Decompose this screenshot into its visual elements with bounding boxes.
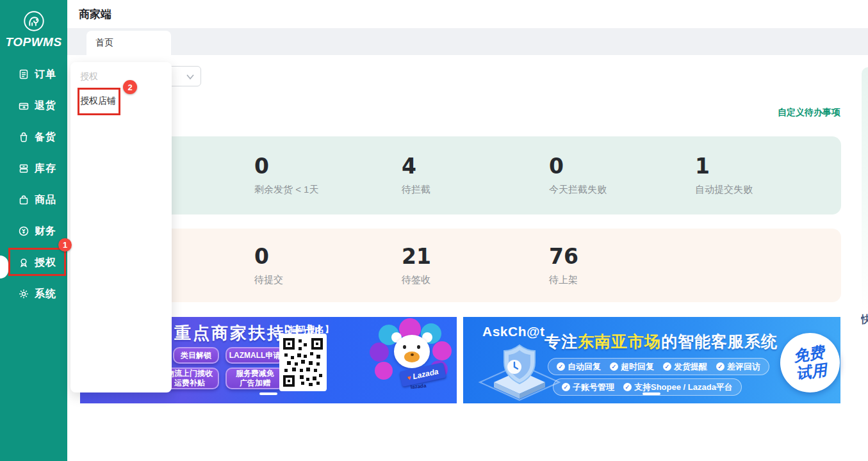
sidebar-item-returns[interactable]: 退货 <box>0 92 67 120</box>
sidebar-item-label: 系统 <box>35 287 56 301</box>
sidebar-item-label: 财务 <box>35 225 56 238</box>
quick-entry-peek[interactable]: 快 <box>861 313 868 327</box>
mascot-eye <box>403 345 406 349</box>
carousel-indicator[interactable] <box>259 392 277 395</box>
check-icon: ✓ <box>562 383 570 391</box>
sidebar: TOPWMS 订单 退货 备货 库存 商品 财务 授权 <box>0 0 67 461</box>
products-icon <box>18 194 29 206</box>
stat-label: 待提交 <box>254 274 395 286</box>
feature-row-1: ✓自动回复 ✓超时回复 ✓发货提醒 ✓差评回访 <box>548 358 769 375</box>
banner-headline: 专注东南亚市场的智能客服系统 <box>545 331 778 352</box>
stat-label: 剩余发货 < 1天 <box>254 184 395 196</box>
app-screen: 商家端 首页 自定义待办事项 0 剩余发货 < 1天 4 待拦截 0 今天拦截失… <box>0 0 868 461</box>
stat-label: 今天拦截失败 <box>549 184 690 196</box>
submenu-group-label: 授权 <box>80 71 98 83</box>
stat-value: 0 <box>254 155 395 178</box>
lazada-heart-icon: ♥ <box>407 374 412 382</box>
brand-name: TOPWMS <box>0 35 67 49</box>
pill-text: 服务费减免广告加赠 <box>236 369 274 388</box>
sidebar-item-stocking[interactable]: 备货 <box>0 123 67 151</box>
check-icon: ✓ <box>663 362 671 371</box>
pill-text: 物流上门揽收运费补贴 <box>167 369 213 388</box>
stat-to-submit: 0 待提交 <box>254 245 395 286</box>
stat-label: 待拦截 <box>402 184 543 196</box>
stat-value: 1 <box>695 155 836 178</box>
mascot-sign-small: lazada <box>411 383 427 391</box>
stat-value: 0 <box>549 155 690 178</box>
sidebar-item-label: 备货 <box>35 131 56 144</box>
carousel-indicator[interactable] <box>643 392 660 395</box>
mascot-petal <box>375 362 393 380</box>
pill-text: 类目解锁 <box>181 351 211 360</box>
mascot-eye <box>417 345 420 349</box>
annotation-badge-1: 1 <box>58 238 72 252</box>
feature-timeout-reply: ✓超时回复 <box>610 361 654 373</box>
headline-suffix: 的智能客服系统 <box>661 332 778 350</box>
feature-platforms: ✓支持Shopee / Lazada平台 <box>623 382 733 393</box>
brand: TOPWMS <box>0 9 67 49</box>
finance-icon <box>18 225 29 237</box>
mascot-nose <box>411 353 414 356</box>
stat-value: 0 <box>254 245 395 268</box>
tab-home[interactable]: 首页 <box>86 31 171 55</box>
qr-code-image <box>283 338 323 387</box>
system-icon <box>18 288 29 300</box>
headline-highlight: 东南亚市场 <box>578 332 661 350</box>
sidebar-item-products[interactable]: 商品 <box>0 186 67 214</box>
sidebar-item-finance[interactable]: 财务 <box>0 217 67 245</box>
stat-value: 21 <box>402 245 543 268</box>
feature-auto-reply: ✓自动回复 <box>557 361 601 373</box>
sidebar-item-system[interactable]: 系统 <box>0 280 67 308</box>
mascot-petal <box>432 341 452 360</box>
orders-icon <box>18 69 29 80</box>
feature-review-followup: ✓差评回访 <box>716 361 760 373</box>
stat-to-sign: 21 待签收 <box>402 245 543 286</box>
returns-icon <box>18 100 29 111</box>
page-title: 商家端 <box>79 7 111 22</box>
headline-prefix: 专注 <box>545 332 578 350</box>
annotation-box-2 <box>78 88 120 115</box>
feature-ship-reminder: ✓发货提醒 <box>663 361 707 373</box>
sidebar-item-label: 订单 <box>35 68 56 81</box>
stat-label: 待上架 <box>549 274 690 286</box>
check-icon: ✓ <box>623 383 632 391</box>
askchat-logo: AskCh@t <box>482 324 545 339</box>
lazada-mascot: ♥ Lazada lazada <box>370 318 453 401</box>
right-edge-panel[interactable] <box>862 67 868 311</box>
annotation-badge-2: 2 <box>123 80 137 94</box>
elephant-logo-icon <box>21 9 47 33</box>
stocking-icon <box>18 131 29 143</box>
stat-auto-submit-failed: 1 自动提交失败 <box>695 155 836 196</box>
sidebar-item-label: 商品 <box>35 193 56 207</box>
pill-text: LAZMALL申请 <box>229 351 281 360</box>
tab-home-label: 首页 <box>95 37 113 49</box>
check-icon: ✓ <box>557 362 565 371</box>
chevron-down-icon <box>186 73 195 81</box>
mascot-petal <box>370 343 389 362</box>
sidebar-item-orders[interactable]: 订单 <box>0 60 67 88</box>
stat-intercept-failed-today: 0 今天拦截失败 <box>549 155 690 196</box>
stat-to-shelve: 76 待上架 <box>549 245 690 286</box>
stat-label: 待签收 <box>402 274 543 286</box>
check-icon: ✓ <box>610 362 618 371</box>
stat-value: 76 <box>549 245 690 268</box>
sidebar-item-label: 退货 <box>35 99 56 113</box>
page-header: 商家端 <box>67 0 868 28</box>
customize-todo-link[interactable]: 自定义待办事项 <box>778 107 841 118</box>
quick-entry-label: 快 <box>861 313 868 327</box>
free-trial-label: 免费试用 <box>792 343 828 382</box>
stat-remaining-ship: 0 剩余发货 < 1天 <box>254 155 395 196</box>
promo-pill-service-fee: 服务费减免广告加赠 <box>225 368 284 389</box>
stat-to-intercept: 4 待拦截 <box>402 155 543 196</box>
tab-bar: 首页 <box>67 28 868 55</box>
annotation-box-1 <box>8 248 66 276</box>
qr-code <box>279 334 327 391</box>
stat-label: 自动提交失败 <box>695 184 836 196</box>
inventory-icon <box>18 163 29 174</box>
sidebar-item-inventory[interactable]: 库存 <box>0 154 67 182</box>
stat-value: 4 <box>402 155 543 178</box>
feature-subaccount: ✓子账号管理 <box>562 382 614 393</box>
promo-pill-lazmall: LAZMALL申请 <box>225 347 284 364</box>
sidebar-item-label: 库存 <box>35 162 56 175</box>
promo-pill-category-unlock: 类目解锁 <box>173 347 219 364</box>
